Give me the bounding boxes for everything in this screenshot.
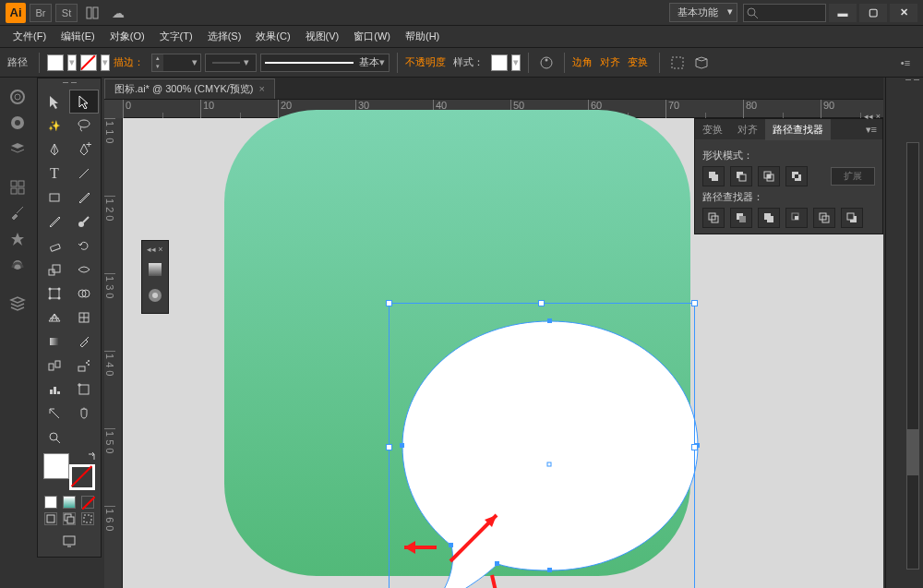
none-mode-button[interactable] (81, 496, 94, 509)
rotate-tool[interactable] (69, 234, 99, 258)
maximize-button[interactable]: ▢ (859, 4, 887, 22)
style-swatch[interactable] (491, 54, 508, 71)
stock-button[interactable]: St (55, 4, 78, 22)
scrollbar-thumb[interactable] (907, 429, 918, 475)
appearance-icon[interactable] (4, 111, 31, 135)
tools-panel-grip[interactable] (40, 80, 99, 90)
swatches-panel-icon[interactable] (4, 253, 31, 277)
minus-front-button[interactable] (730, 166, 752, 186)
menu-effect[interactable]: 效果(C) (248, 26, 297, 47)
corners-label[interactable]: 边角 (572, 55, 593, 69)
color-mode-button[interactable] (44, 496, 57, 509)
draw-inside-button[interactable] (81, 512, 94, 525)
align-label[interactable]: 对齐 (600, 55, 620, 69)
gradient-mode-button[interactable] (63, 496, 76, 509)
paintbrush-tool[interactable] (69, 186, 99, 210)
curvature-tool[interactable]: + (69, 138, 99, 162)
arrange-docs-icon[interactable] (81, 4, 103, 22)
stroke-dropdown[interactable]: ▾ (101, 54, 110, 71)
width-tool[interactable] (69, 258, 99, 282)
recolor-icon[interactable] (536, 54, 557, 72)
line-tool[interactable] (69, 162, 99, 186)
slice-tool[interactable] (40, 402, 69, 426)
shape-builder-tool[interactable] (69, 282, 99, 306)
variable-width-dropdown[interactable]: ▾ (205, 54, 257, 72)
panel-collapse-icon[interactable]: ◂◂ × (864, 112, 881, 121)
style-dropdown[interactable]: ▾ (511, 54, 521, 71)
mesh-tool[interactable] (69, 306, 99, 330)
draw-behind-button[interactable] (63, 512, 76, 525)
symbol-sprayer-tool[interactable] (69, 354, 99, 378)
menu-edit[interactable]: 编辑(E) (54, 26, 102, 47)
brush-profile-dropdown[interactable]: 基本▾ (260, 54, 390, 72)
hand-tool[interactable] (69, 402, 99, 426)
menu-view[interactable]: 视图(V) (298, 26, 347, 47)
exclude-button[interactable] (785, 166, 808, 186)
menu-help[interactable]: 帮助(H) (398, 26, 447, 47)
align-tab[interactable]: 对齐 (730, 119, 765, 140)
stacked-layers-icon[interactable] (4, 292, 31, 316)
radial-option-icon[interactable] (147, 287, 163, 306)
close-window-button[interactable]: ✕ (890, 4, 917, 22)
stroke-label[interactable]: 描边： (114, 55, 144, 69)
fill-swatch[interactable] (47, 54, 64, 71)
fill-stroke-indicator[interactable] (42, 451, 97, 492)
edit-clip-icon[interactable] (691, 54, 712, 72)
workspace-dropdown[interactable]: 基本功能 (669, 3, 737, 22)
rectangle-tool[interactable] (40, 186, 69, 210)
panel-close-icon[interactable]: × (158, 245, 162, 254)
menu-select[interactable]: 选择(S) (200, 26, 249, 47)
trim-button[interactable] (730, 208, 752, 228)
search-input[interactable] (743, 4, 826, 22)
swap-fill-stroke-icon[interactable] (87, 452, 96, 462)
document-tab[interactable]: 图标.ai* @ 300% (CMYK/预览) × (104, 78, 275, 99)
cc-libraries-icon[interactable] (4, 85, 31, 109)
toolbox-extra[interactable] (69, 426, 99, 450)
pathfinder-panel[interactable]: ◂◂ × 变换 对齐 路径查找器 ▾≡ 形状模式： 扩展 路径查找器： (694, 118, 883, 234)
eyedropper-tool[interactable] (69, 330, 99, 354)
transform-tab[interactable]: 变换 (695, 119, 730, 140)
minus-back-button[interactable] (841, 208, 863, 228)
vertical-scrollbar[interactable] (906, 142, 919, 570)
symbols-panel-icon[interactable] (4, 227, 31, 251)
fill-indicator[interactable] (43, 453, 69, 479)
menu-object[interactable]: 对象(O) (102, 26, 152, 47)
panel-menu-icon[interactable]: ▾≡ (860, 124, 882, 136)
draw-normal-button[interactable] (44, 512, 57, 525)
transform-label[interactable]: 变换 (628, 55, 648, 69)
stroke-indicator[interactable] (69, 464, 95, 490)
gradient-tool[interactable] (40, 330, 69, 354)
magic-wand-tool[interactable]: ✨ (40, 114, 69, 138)
blend-tool[interactable] (40, 354, 69, 378)
intersect-button[interactable] (758, 166, 780, 186)
panel-grip-icon[interactable]: ◂◂ (147, 245, 156, 254)
type-tool[interactable]: T (40, 162, 69, 186)
gradient-option-icon[interactable] (147, 261, 163, 280)
vertical-ruler[interactable]: 1 1 01 2 01 3 0 1 4 01 5 01 6 0 (104, 118, 123, 588)
stroke-swatch[interactable] (80, 54, 97, 71)
unite-button[interactable] (702, 166, 725, 186)
lasso-tool[interactable] (69, 114, 99, 138)
divide-button[interactable] (702, 208, 725, 228)
free-transform-tool[interactable] (40, 282, 69, 306)
scale-tool[interactable] (40, 258, 69, 282)
crop-button[interactable] (785, 208, 808, 228)
close-tab-icon[interactable]: × (259, 83, 265, 94)
isolate-icon[interactable] (667, 54, 688, 72)
merge-button[interactable] (758, 208, 780, 228)
blob-brush-tool[interactable] (69, 210, 99, 234)
bridge-button[interactable]: Br (30, 4, 52, 22)
perspective-grid-tool[interactable] (40, 306, 69, 330)
brushes-panel-icon[interactable] (4, 201, 31, 225)
opacity-label[interactable]: 不透明度 (405, 55, 446, 69)
control-bar-menu-icon[interactable]: •≡ (895, 54, 916, 72)
layers-icon[interactable] (4, 137, 31, 161)
eraser-tool[interactable] (40, 234, 69, 258)
fill-dropdown[interactable]: ▾ (67, 54, 77, 71)
pencil-tool[interactable] (40, 210, 69, 234)
selection-tool[interactable] (40, 90, 69, 114)
expand-button[interactable]: 扩展 (831, 167, 875, 186)
minimize-button[interactable]: ▬ (829, 4, 857, 22)
column-graph-tool[interactable] (40, 378, 69, 402)
app-logo[interactable]: Ai (6, 3, 26, 23)
